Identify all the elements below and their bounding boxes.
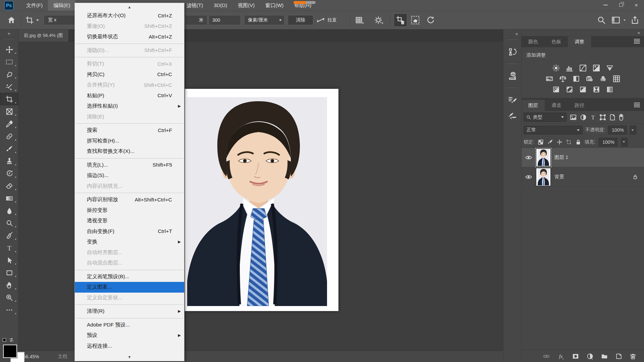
menu-item[interactable]: 选择性粘贴(I) ▶ — [75, 101, 184, 112]
content-aware-button[interactable] — [411, 11, 420, 29]
gradient-tool[interactable] — [0, 192, 18, 204]
zoom-level[interactable]: 56.45% — [23, 354, 39, 359]
visibility-eye-icon[interactable] — [525, 174, 532, 180]
menu-item[interactable]: 搜索 Ctrl+F — [75, 125, 184, 136]
blend-mode-dropdown[interactable]: 正常 — [524, 126, 583, 134]
straighten-button[interactable]: 拉直 — [317, 11, 337, 29]
filter-adjustment-layers-icon[interactable] — [580, 114, 587, 121]
gradient-map-icon[interactable] — [606, 86, 614, 93]
menu-item[interactable]: 拼写检查(H)... — [75, 136, 184, 146]
menu-item[interactable]: 透视变形 — [75, 216, 184, 226]
resolution-input[interactable]: 300 — [209, 11, 241, 29]
dodge-tool[interactable] — [0, 217, 18, 229]
search-button[interactable] — [597, 11, 606, 29]
filter-type-layers-icon[interactable]: T — [590, 114, 596, 121]
restore-button[interactable] — [613, 0, 629, 10]
menu-item[interactable]: 滤镜(T) — [181, 0, 208, 11]
add-mask-icon[interactable] — [572, 353, 579, 360]
layer-thumbnail[interactable] — [536, 149, 550, 166]
filter-pixel-layers-icon[interactable] — [570, 114, 577, 121]
brush-tool[interactable] — [0, 142, 18, 155]
menu-item[interactable]: 切换最终状态 Alt+Ctrl+Z — [75, 32, 184, 42]
collapse-dock-icon[interactable]: » — [522, 29, 644, 36]
history-panel-button[interactable] — [503, 44, 521, 60]
hue-saturation-icon[interactable] — [545, 75, 553, 82]
default-colors-icon[interactable] — [3, 338, 6, 342]
menu-item[interactable]: 清理(R) ▶ — [75, 306, 184, 317]
new-layer-icon[interactable] — [615, 353, 622, 360]
menu-item[interactable] — [75, 157, 184, 160]
menu-item[interactable]: 定义图案... — [75, 282, 184, 293]
opacity-input[interactable]: 100% — [608, 126, 627, 134]
expand-panels-icon[interactable]: « — [503, 29, 521, 38]
workspace-switcher[interactable] — [611, 11, 626, 29]
layer-row[interactable]: 背景 — [522, 167, 644, 187]
menu-scroll-up-icon[interactable]: ▲ — [75, 4, 184, 10]
curves-icon[interactable] — [579, 64, 587, 72]
height-input-partial[interactable]: 米 — [185, 11, 207, 29]
menu-item[interactable]: 填充(L)... Shift+F5 — [75, 160, 184, 171]
type-tool[interactable]: T — [0, 242, 18, 254]
invert-icon[interactable] — [552, 86, 560, 93]
menu-item[interactable]: 内容识别填充... — [75, 181, 184, 192]
move-tool[interactable] — [0, 43, 18, 56]
fill-dropdown-icon[interactable] — [621, 138, 628, 146]
zoom-tool[interactable] — [0, 291, 18, 304]
menu-item[interactable] — [75, 268, 184, 272]
overlay-options-button[interactable] — [355, 11, 366, 29]
panel-menu-icon[interactable] — [634, 102, 640, 108]
menu-item[interactable]: 重做(O) Shift+Ctrl+Z — [75, 21, 184, 32]
menu-item[interactable]: 文件(F) — [21, 0, 48, 11]
menu-item[interactable] — [75, 303, 184, 306]
delete-layer-trash-icon[interactable] — [630, 353, 636, 360]
menu-item[interactable]: 内容识别缩放 Alt+Shift+Ctrl+C — [75, 194, 184, 205]
posterize-icon[interactable] — [566, 86, 574, 93]
brushes-panel-button[interactable] — [503, 108, 521, 124]
reset-crop-button[interactable] — [426, 11, 435, 29]
channel-mixer-icon[interactable] — [599, 75, 607, 82]
menu-item[interactable] — [75, 42, 184, 45]
menu-item[interactable]: 还原画布大小(O) Ctrl+Z — [75, 10, 184, 21]
fill-input[interactable]: 100% — [599, 138, 618, 146]
document-tab[interactable]: 前.jpg @ 56.4% (图 — [18, 29, 69, 42]
frame-tool[interactable] — [0, 105, 18, 118]
panel-tab[interactable]: 颜色 — [522, 36, 545, 47]
menu-item[interactable]: 合并拷贝(Y) Shift+Ctrl+C — [75, 80, 184, 90]
properties-panel-button[interactable] — [503, 68, 521, 84]
lasso-tool[interactable] — [0, 68, 18, 80]
menu-item[interactable]: 剪切(T) Ctrl+X — [75, 59, 184, 69]
layer-name[interactable]: 图层 1 — [554, 154, 568, 161]
resolution-unit-dropdown[interactable]: 像素/厘米 — [244, 11, 284, 29]
panel-tab[interactable]: 通道 — [545, 100, 568, 111]
menu-item[interactable]: 描边(S)... — [75, 170, 184, 181]
menu-item[interactable]: 3D(D) — [208, 0, 232, 11]
menu-item[interactable]: 编辑(E) — [48, 0, 75, 11]
minimize-button[interactable] — [598, 0, 613, 10]
menu-item[interactable]: 预设 ▶ — [75, 330, 184, 341]
menu-item[interactable]: 渐隐(D)... Shift+Ctrl+F — [75, 45, 184, 56]
delete-cropped-pixels-toggle[interactable] — [394, 11, 407, 29]
brightness-contrast-icon[interactable] — [552, 64, 560, 72]
black-white-icon[interactable] — [572, 75, 580, 82]
layer-filter-type-dropdown[interactable]: 类型 — [524, 113, 567, 122]
menu-item[interactable]: 自动对齐图层... — [75, 247, 184, 258]
filter-toggle-icon[interactable] — [619, 114, 624, 121]
layer-row[interactable]: 图层 1 — [522, 148, 644, 167]
panel-tab[interactable]: 调整 — [568, 36, 591, 47]
swap-colors-icon[interactable] — [9, 337, 14, 343]
menu-item[interactable] — [75, 191, 184, 194]
foreground-color-swatch[interactable] — [3, 345, 17, 358]
menu-item[interactable]: 视图(V) — [232, 0, 260, 11]
lock-position-icon[interactable] — [556, 139, 562, 145]
magic-wand-tool[interactable] — [0, 80, 18, 93]
menu-item[interactable] — [75, 317, 184, 320]
lock-all-icon[interactable] — [575, 139, 581, 145]
path-selection-tool[interactable] — [0, 254, 18, 266]
menu-item[interactable]: 变换 ▶ — [75, 237, 184, 247]
history-brush-tool[interactable] — [0, 167, 18, 180]
opacity-dropdown-icon[interactable] — [630, 126, 636, 134]
menu-item[interactable]: 定义自定形状... — [75, 293, 184, 303]
blur-tool[interactable] — [0, 204, 18, 217]
menu-item[interactable]: 粘贴(P) Ctrl+V — [75, 90, 184, 101]
visibility-eye-icon[interactable] — [525, 155, 532, 160]
